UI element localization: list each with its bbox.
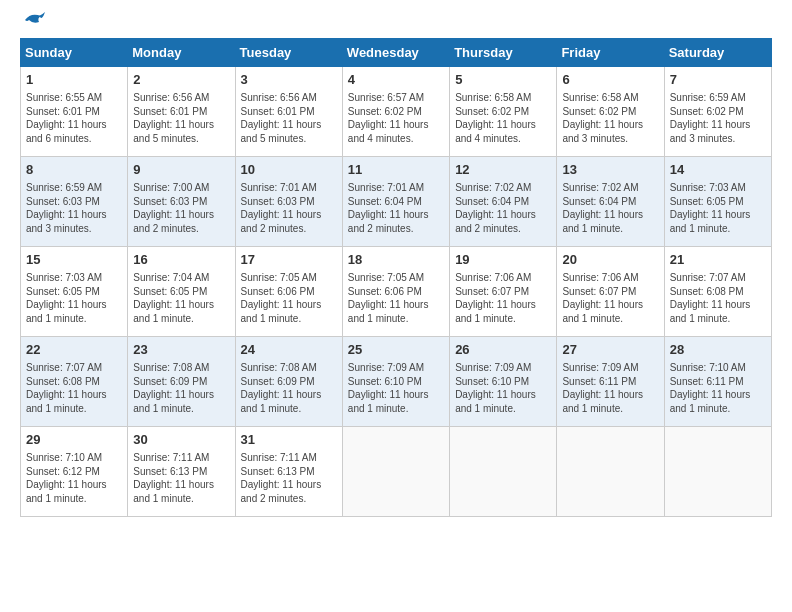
calendar-cell: 5Sunrise: 6:58 AM Sunset: 6:02 PM Daylig…	[450, 67, 557, 157]
day-info: Sunrise: 7:08 AM Sunset: 6:09 PM Dayligh…	[133, 361, 229, 415]
weekday-header: Friday	[557, 39, 664, 67]
weekday-header: Tuesday	[235, 39, 342, 67]
day-info: Sunrise: 7:11 AM Sunset: 6:13 PM Dayligh…	[133, 451, 229, 505]
calendar-cell	[664, 427, 771, 517]
day-number: 7	[670, 71, 766, 89]
calendar-cell: 13Sunrise: 7:02 AM Sunset: 6:04 PM Dayli…	[557, 157, 664, 247]
calendar-cell: 27Sunrise: 7:09 AM Sunset: 6:11 PM Dayli…	[557, 337, 664, 427]
calendar-week-row: 29Sunrise: 7:10 AM Sunset: 6:12 PM Dayli…	[21, 427, 772, 517]
day-number: 29	[26, 431, 122, 449]
day-number: 11	[348, 161, 444, 179]
day-number: 24	[241, 341, 337, 359]
calendar-cell	[557, 427, 664, 517]
day-info: Sunrise: 6:57 AM Sunset: 6:02 PM Dayligh…	[348, 91, 444, 145]
weekday-header: Wednesday	[342, 39, 449, 67]
calendar-week-row: 1Sunrise: 6:55 AM Sunset: 6:01 PM Daylig…	[21, 67, 772, 157]
calendar-cell: 4Sunrise: 6:57 AM Sunset: 6:02 PM Daylig…	[342, 67, 449, 157]
day-number: 9	[133, 161, 229, 179]
calendar-week-row: 15Sunrise: 7:03 AM Sunset: 6:05 PM Dayli…	[21, 247, 772, 337]
calendar-cell: 23Sunrise: 7:08 AM Sunset: 6:09 PM Dayli…	[128, 337, 235, 427]
calendar-cell: 24Sunrise: 7:08 AM Sunset: 6:09 PM Dayli…	[235, 337, 342, 427]
day-number: 31	[241, 431, 337, 449]
day-info: Sunrise: 7:04 AM Sunset: 6:05 PM Dayligh…	[133, 271, 229, 325]
day-info: Sunrise: 6:55 AM Sunset: 6:01 PM Dayligh…	[26, 91, 122, 145]
day-number: 27	[562, 341, 658, 359]
calendar-cell: 14Sunrise: 7:03 AM Sunset: 6:05 PM Dayli…	[664, 157, 771, 247]
calendar-cell: 16Sunrise: 7:04 AM Sunset: 6:05 PM Dayli…	[128, 247, 235, 337]
weekday-header: Thursday	[450, 39, 557, 67]
day-info: Sunrise: 7:01 AM Sunset: 6:04 PM Dayligh…	[348, 181, 444, 235]
calendar-cell: 12Sunrise: 7:02 AM Sunset: 6:04 PM Dayli…	[450, 157, 557, 247]
calendar-cell: 29Sunrise: 7:10 AM Sunset: 6:12 PM Dayli…	[21, 427, 128, 517]
weekday-header: Saturday	[664, 39, 771, 67]
day-number: 28	[670, 341, 766, 359]
day-number: 1	[26, 71, 122, 89]
weekday-header: Monday	[128, 39, 235, 67]
calendar-cell: 10Sunrise: 7:01 AM Sunset: 6:03 PM Dayli…	[235, 157, 342, 247]
day-number: 16	[133, 251, 229, 269]
logo	[20, 20, 45, 28]
calendar-cell: 21Sunrise: 7:07 AM Sunset: 6:08 PM Dayli…	[664, 247, 771, 337]
day-info: Sunrise: 7:09 AM Sunset: 6:10 PM Dayligh…	[348, 361, 444, 415]
day-number: 21	[670, 251, 766, 269]
calendar-cell: 25Sunrise: 7:09 AM Sunset: 6:10 PM Dayli…	[342, 337, 449, 427]
logo-bird-icon	[23, 12, 45, 28]
calendar-cell: 19Sunrise: 7:06 AM Sunset: 6:07 PM Dayli…	[450, 247, 557, 337]
day-info: Sunrise: 7:06 AM Sunset: 6:07 PM Dayligh…	[455, 271, 551, 325]
calendar-table: SundayMondayTuesdayWednesdayThursdayFrid…	[20, 38, 772, 517]
calendar-cell: 15Sunrise: 7:03 AM Sunset: 6:05 PM Dayli…	[21, 247, 128, 337]
day-info: Sunrise: 7:08 AM Sunset: 6:09 PM Dayligh…	[241, 361, 337, 415]
calendar-cell: 17Sunrise: 7:05 AM Sunset: 6:06 PM Dayli…	[235, 247, 342, 337]
day-number: 30	[133, 431, 229, 449]
day-number: 26	[455, 341, 551, 359]
calendar-week-row: 22Sunrise: 7:07 AM Sunset: 6:08 PM Dayli…	[21, 337, 772, 427]
day-info: Sunrise: 7:09 AM Sunset: 6:11 PM Dayligh…	[562, 361, 658, 415]
day-info: Sunrise: 6:59 AM Sunset: 6:03 PM Dayligh…	[26, 181, 122, 235]
day-info: Sunrise: 6:56 AM Sunset: 6:01 PM Dayligh…	[133, 91, 229, 145]
calendar-cell: 18Sunrise: 7:05 AM Sunset: 6:06 PM Dayli…	[342, 247, 449, 337]
day-info: Sunrise: 7:11 AM Sunset: 6:13 PM Dayligh…	[241, 451, 337, 505]
day-number: 20	[562, 251, 658, 269]
day-info: Sunrise: 7:02 AM Sunset: 6:04 PM Dayligh…	[562, 181, 658, 235]
calendar-cell: 9Sunrise: 7:00 AM Sunset: 6:03 PM Daylig…	[128, 157, 235, 247]
day-number: 10	[241, 161, 337, 179]
day-number: 3	[241, 71, 337, 89]
day-number: 14	[670, 161, 766, 179]
day-number: 25	[348, 341, 444, 359]
day-info: Sunrise: 7:03 AM Sunset: 6:05 PM Dayligh…	[26, 271, 122, 325]
calendar-cell	[342, 427, 449, 517]
day-number: 19	[455, 251, 551, 269]
calendar-cell: 11Sunrise: 7:01 AM Sunset: 6:04 PM Dayli…	[342, 157, 449, 247]
weekday-header: Sunday	[21, 39, 128, 67]
calendar-cell: 1Sunrise: 6:55 AM Sunset: 6:01 PM Daylig…	[21, 67, 128, 157]
calendar-cell: 30Sunrise: 7:11 AM Sunset: 6:13 PM Dayli…	[128, 427, 235, 517]
day-info: Sunrise: 7:07 AM Sunset: 6:08 PM Dayligh…	[26, 361, 122, 415]
day-info: Sunrise: 7:05 AM Sunset: 6:06 PM Dayligh…	[241, 271, 337, 325]
day-info: Sunrise: 6:58 AM Sunset: 6:02 PM Dayligh…	[455, 91, 551, 145]
calendar-cell: 22Sunrise: 7:07 AM Sunset: 6:08 PM Dayli…	[21, 337, 128, 427]
day-info: Sunrise: 6:58 AM Sunset: 6:02 PM Dayligh…	[562, 91, 658, 145]
calendar-cell: 28Sunrise: 7:10 AM Sunset: 6:11 PM Dayli…	[664, 337, 771, 427]
day-info: Sunrise: 7:05 AM Sunset: 6:06 PM Dayligh…	[348, 271, 444, 325]
calendar-week-row: 8Sunrise: 6:59 AM Sunset: 6:03 PM Daylig…	[21, 157, 772, 247]
day-info: Sunrise: 7:10 AM Sunset: 6:11 PM Dayligh…	[670, 361, 766, 415]
day-number: 22	[26, 341, 122, 359]
day-number: 13	[562, 161, 658, 179]
day-number: 17	[241, 251, 337, 269]
day-info: Sunrise: 7:03 AM Sunset: 6:05 PM Dayligh…	[670, 181, 766, 235]
day-info: Sunrise: 7:01 AM Sunset: 6:03 PM Dayligh…	[241, 181, 337, 235]
day-info: Sunrise: 6:59 AM Sunset: 6:02 PM Dayligh…	[670, 91, 766, 145]
calendar-cell: 26Sunrise: 7:09 AM Sunset: 6:10 PM Dayli…	[450, 337, 557, 427]
day-info: Sunrise: 7:09 AM Sunset: 6:10 PM Dayligh…	[455, 361, 551, 415]
calendar-cell: 8Sunrise: 6:59 AM Sunset: 6:03 PM Daylig…	[21, 157, 128, 247]
day-number: 8	[26, 161, 122, 179]
day-info: Sunrise: 7:00 AM Sunset: 6:03 PM Dayligh…	[133, 181, 229, 235]
day-info: Sunrise: 7:02 AM Sunset: 6:04 PM Dayligh…	[455, 181, 551, 235]
day-number: 15	[26, 251, 122, 269]
day-info: Sunrise: 7:07 AM Sunset: 6:08 PM Dayligh…	[670, 271, 766, 325]
calendar-cell: 3Sunrise: 6:56 AM Sunset: 6:01 PM Daylig…	[235, 67, 342, 157]
day-info: Sunrise: 7:10 AM Sunset: 6:12 PM Dayligh…	[26, 451, 122, 505]
day-number: 2	[133, 71, 229, 89]
page-header	[20, 20, 772, 28]
day-number: 18	[348, 251, 444, 269]
